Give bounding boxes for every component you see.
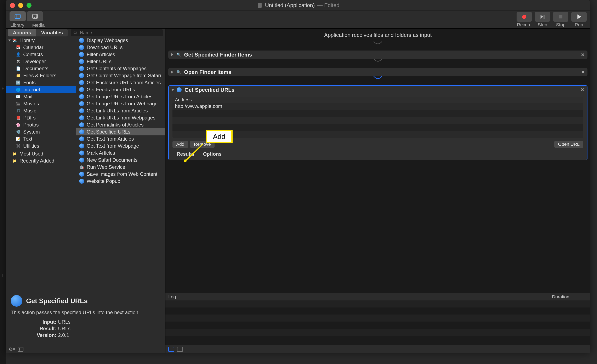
library-category-internet[interactable]: 🌐Internet — [6, 86, 76, 93]
remove-action-button[interactable]: × — [581, 69, 585, 75]
workflow-action-open-finder[interactable]: 🔍 Open Finder Items × — [168, 68, 588, 76]
action-get-enclosure-urls-from-articles[interactable]: Get Enclosure URLs from Articles — [76, 79, 165, 86]
minimize-window-button[interactable] — [18, 3, 23, 8]
action-get-contents-of-webpages[interactable]: Get Contents of Webpages — [76, 65, 165, 72]
safari-icon — [79, 73, 84, 78]
sidebar-icon — [14, 13, 21, 20]
variables-tab[interactable]: Variables — [36, 29, 68, 37]
library-category-system[interactable]: ⚙️System — [6, 128, 76, 136]
url-row[interactable] — [173, 124, 583, 131]
library-category-developer[interactable]: 🛠Developer — [6, 58, 76, 65]
library-category-movies[interactable]: 🎬Movies — [6, 100, 76, 107]
url-row[interactable]: http://www.apple.com — [173, 103, 583, 110]
disclosure-icon[interactable] — [171, 71, 173, 74]
disclosure-icon[interactable] — [171, 53, 173, 56]
action-download-urls[interactable]: Download URLs — [76, 44, 165, 51]
disclosure-icon[interactable] — [171, 89, 174, 91]
safari-icon — [79, 101, 84, 106]
open-url-button[interactable]: Open URL — [554, 141, 583, 148]
remove-action-button[interactable]: × — [581, 51, 585, 58]
step-button[interactable] — [535, 12, 550, 22]
most-used-folder[interactable]: 📁 Most Used — [6, 150, 76, 157]
folder-icon: 📁 — [12, 151, 17, 156]
safari-icon — [79, 66, 84, 71]
library-category-mail[interactable]: ✉️Mail — [6, 93, 76, 100]
action-filter-urls[interactable]: Filter URLs — [76, 58, 165, 65]
category-icon: 📅 — [16, 45, 21, 50]
safari-icon — [79, 144, 84, 148]
url-row[interactable] — [173, 117, 583, 124]
action-get-text-from-webpage[interactable]: Get Text from Webpage — [76, 143, 165, 150]
url-row[interactable] — [173, 110, 583, 117]
action-display-webpages[interactable]: Display Webpages — [76, 37, 165, 44]
action-save-images-from-web-content[interactable]: Save Images from Web Content — [76, 171, 165, 178]
log-view-toggle-1[interactable] — [168, 347, 174, 352]
library-toggle-button[interactable] — [9, 11, 26, 21]
info-title: Get Specified URLs — [26, 297, 88, 305]
log-column-header[interactable]: Log — [165, 293, 549, 300]
workflow-action-finder-items[interactable]: 🔍 Get Specified Finder Items × — [168, 51, 588, 59]
duration-column-header[interactable]: Duration — [549, 293, 590, 300]
log-view-toggle-2[interactable] — [177, 347, 183, 352]
safari-icon — [79, 151, 84, 155]
safari-icon — [79, 179, 84, 184]
add-button[interactable]: Add — [173, 141, 188, 148]
bg-char: F — [2, 86, 4, 91]
action-get-link-urls-from-articles[interactable]: Get Link URLs from Articles — [76, 107, 165, 114]
library-category-fonts[interactable]: 🔤Fonts — [6, 79, 76, 86]
zoom-window-button[interactable] — [27, 3, 31, 8]
action-new-safari-documents[interactable]: New Safari Documents — [76, 157, 165, 164]
library-category-text[interactable]: 📝Text — [6, 136, 76, 143]
search-input[interactable] — [80, 30, 161, 35]
action-get-image-urls-from-articles[interactable]: Get Image URLs from Articles — [76, 93, 165, 100]
library-category-files-folders[interactable]: 📁Files & Folders — [6, 72, 76, 79]
action-run-web-service[interactable]: 🤖Run Web Service — [76, 164, 165, 171]
automator-icon: 🤖 — [79, 165, 84, 170]
library-root[interactable]: 📚 Library — [6, 37, 76, 44]
run-button[interactable] — [571, 12, 587, 22]
gear-menu[interactable]: ⚙︎▾ — [9, 347, 15, 352]
action-mark-articles[interactable]: Mark Articles — [76, 150, 165, 157]
safari-icon — [11, 295, 22, 307]
log-panel: Log Duration — [165, 293, 590, 353]
action-get-specified-urls[interactable]: Get Specified URLs — [76, 128, 165, 136]
library-category-calendar[interactable]: 📅Calendar — [6, 44, 76, 51]
search-field[interactable] — [71, 29, 163, 36]
library-categories: 📚 Library 📅Calendar👤Contacts🛠Developer📄D… — [6, 37, 76, 291]
workflow-action-get-urls[interactable]: Get Specified URLs × Address http://www.… — [168, 85, 588, 160]
library-category-music[interactable]: 🎵Music — [6, 107, 76, 114]
category-icon: 🎬 — [16, 101, 21, 106]
browse-mode-toggle[interactable] — [18, 347, 24, 352]
url-row[interactable] — [173, 131, 583, 138]
close-window-button[interactable] — [10, 3, 15, 8]
library-category-utilities[interactable]: ✖️Utilities — [6, 143, 76, 150]
workflow-input-bar[interactable]: Application receives files and folders a… — [165, 29, 590, 41]
url-table-header[interactable]: Address — [173, 97, 583, 103]
svg-rect-0 — [258, 3, 262, 8]
stop-button[interactable] — [553, 12, 568, 22]
safari-icon — [79, 38, 84, 43]
library-category-photos[interactable]: 🌸Photos — [6, 121, 76, 128]
media-toggle-button[interactable] — [27, 11, 43, 21]
record-button[interactable] — [517, 12, 532, 22]
safari-icon — [79, 129, 84, 134]
library-category-documents[interactable]: 📄Documents — [6, 65, 76, 72]
action-get-permalinks-of-articles[interactable]: Get Permalinks of Articles — [76, 121, 165, 128]
remove-action-button[interactable]: × — [581, 87, 584, 93]
library-category-contacts[interactable]: 👤Contacts — [6, 51, 76, 58]
action-website-popup[interactable]: Website Popup — [76, 178, 165, 185]
action-get-link-urls-from-webpages[interactable]: Get Link URLs from Webpages — [76, 114, 165, 121]
safari-icon — [79, 115, 84, 120]
action-get-feeds-from-urls[interactable]: Get Feeds from URLs — [76, 86, 165, 93]
category-icon: 🔤 — [16, 80, 21, 85]
action-filter-articles[interactable]: Filter Articles — [76, 51, 165, 58]
action-get-current-webpage-from-safari[interactable]: Get Current Webpage from Safari — [76, 72, 165, 79]
actions-tab[interactable]: Actions — [8, 29, 36, 37]
library-category-pdfs[interactable]: 📕PDFs — [6, 114, 76, 121]
options-tab[interactable]: Options — [203, 151, 222, 157]
recently-added-folder[interactable]: 📁 Recently Added — [6, 157, 76, 164]
action-get-image-urls-from-webpage[interactable]: Get Image URLs from Webpage — [76, 100, 165, 107]
library-sidebar: Actions Variables 📚 Library 📅Calendar👤Co… — [6, 29, 165, 353]
svg-rect-7 — [559, 15, 562, 18]
action-get-text-from-articles[interactable]: Get Text from Articles — [76, 136, 165, 143]
